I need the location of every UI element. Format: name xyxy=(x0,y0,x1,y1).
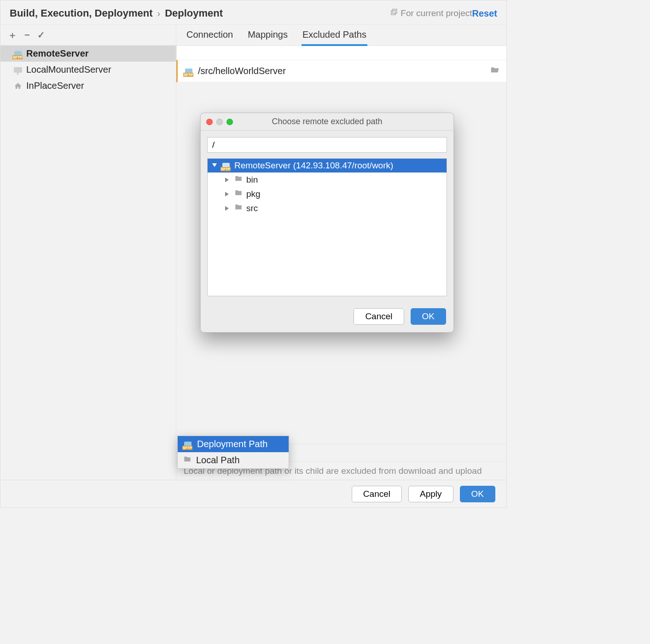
folder-icon xyxy=(183,455,192,466)
sftp-icon: SFTP xyxy=(183,440,192,449)
server-toolbar: ＋ − ✓ xyxy=(0,25,176,45)
sftp-icon: SFTP xyxy=(184,67,193,76)
remove-server-button[interactable]: − xyxy=(24,30,30,40)
dialog-ok-button[interactable]: OK xyxy=(411,308,446,325)
dialog-titlebar[interactable]: Choose remote excluded path xyxy=(201,113,453,131)
dialog-body: SFTP RemoteServer (142.93.108.47/root/wo… xyxy=(201,131,453,303)
current-project-label: For current project xyxy=(400,8,472,18)
tree-item-src[interactable]: src xyxy=(208,201,447,215)
mounted-icon xyxy=(13,65,23,75)
server-item-label: RemoteServer xyxy=(26,48,89,59)
ok-button[interactable]: OK xyxy=(460,486,495,502)
server-list-panel: ＋ − ✓ SFTP RemoteServer LocalMountedServ… xyxy=(0,25,176,480)
svg-marker-4 xyxy=(225,192,229,196)
cancel-button[interactable]: Cancel xyxy=(352,486,402,502)
empty-row xyxy=(176,46,506,60)
menu-item-local-path[interactable]: Local Path xyxy=(178,452,289,468)
apply-button[interactable]: Apply xyxy=(408,486,453,502)
tab-excluded-paths[interactable]: Excluded Paths xyxy=(302,25,367,46)
server-item-label: InPlaceServer xyxy=(26,80,84,91)
browse-folder-button[interactable] xyxy=(490,65,500,77)
server-item-label: LocalMountedServer xyxy=(26,64,111,75)
server-item-inplace[interactable]: InPlaceServer xyxy=(0,78,176,94)
home-icon xyxy=(13,81,23,91)
settings-dialog: Build, Execution, Deployment › Deploymen… xyxy=(0,0,507,508)
svg-rect-0 xyxy=(391,11,395,15)
server-item-remote[interactable]: SFTP RemoteServer xyxy=(0,46,176,62)
tree-root-label: RemoteServer (142.93.108.47/root/work) xyxy=(234,161,393,171)
svg-marker-3 xyxy=(225,178,229,182)
tree-root[interactable]: SFTP RemoteServer (142.93.108.47/root/wo… xyxy=(208,159,447,172)
server-list: SFTP RemoteServer LocalMountedServer InP… xyxy=(0,45,176,480)
tabs: Connection Mappings Excluded Paths xyxy=(176,25,506,46)
folder-icon xyxy=(234,174,243,185)
menu-item-label: Local Path xyxy=(196,455,240,466)
breadcrumb-current: Deployment xyxy=(165,7,223,19)
menu-item-label: Deployment Path xyxy=(197,439,267,449)
collapse-icon[interactable] xyxy=(211,163,218,168)
tab-mappings[interactable]: Mappings xyxy=(247,25,289,46)
excluded-path-label: /src/helloWorldServer xyxy=(198,66,286,76)
excluded-path-row[interactable]: SFTP /src/helloWorldServer xyxy=(176,60,506,82)
chevron-right-icon: › xyxy=(157,8,160,19)
svg-rect-1 xyxy=(393,9,397,13)
reset-button[interactable]: Reset xyxy=(472,8,497,19)
server-item-localmounted[interactable]: LocalMountedServer xyxy=(0,62,176,78)
dialog-footer: Cancel OK xyxy=(201,303,453,332)
tree-item-pkg[interactable]: pkg xyxy=(208,187,447,201)
current-project-indicator: For current project xyxy=(390,8,472,18)
sftp-icon: SFTP xyxy=(13,49,23,58)
sftp-icon: SFTP xyxy=(221,161,231,170)
breadcrumb: Build, Execution, Deployment › Deploymen… xyxy=(10,7,372,19)
path-input[interactable] xyxy=(207,137,447,153)
tab-connection[interactable]: Connection xyxy=(186,25,234,46)
choose-remote-path-dialog: Choose remote excluded path SFTP RemoteS… xyxy=(200,113,454,333)
tree-item-label: pkg xyxy=(246,189,261,199)
header: Build, Execution, Deployment › Deploymen… xyxy=(0,0,506,24)
tree-item-bin[interactable]: bin xyxy=(208,172,447,187)
add-server-button[interactable]: ＋ xyxy=(8,29,17,41)
tree-item-label: bin xyxy=(246,175,258,185)
folder-icon xyxy=(234,189,243,199)
dialog-title: Choose remote excluded path xyxy=(201,117,453,126)
expand-icon[interactable] xyxy=(224,192,231,196)
menu-item-deployment-path[interactable]: SFTP Deployment Path xyxy=(178,436,289,452)
svg-marker-2 xyxy=(212,163,217,167)
expand-icon[interactable] xyxy=(224,178,231,182)
dialog-cancel-button[interactable]: Cancel xyxy=(354,308,404,325)
folder-icon xyxy=(234,203,243,213)
remote-tree[interactable]: SFTP RemoteServer (142.93.108.47/root/wo… xyxy=(207,158,447,296)
confirm-button[interactable]: ✓ xyxy=(37,29,45,40)
project-icon xyxy=(390,8,398,18)
expand-icon[interactable] xyxy=(224,206,231,211)
breadcrumb-parent[interactable]: Build, Execution, Deployment xyxy=(10,7,152,19)
add-path-popup-menu: SFTP Deployment Path Local Path xyxy=(177,436,289,469)
svg-marker-5 xyxy=(225,206,229,211)
footer: Cancel Apply OK xyxy=(0,480,506,507)
tree-item-label: src xyxy=(246,203,258,213)
